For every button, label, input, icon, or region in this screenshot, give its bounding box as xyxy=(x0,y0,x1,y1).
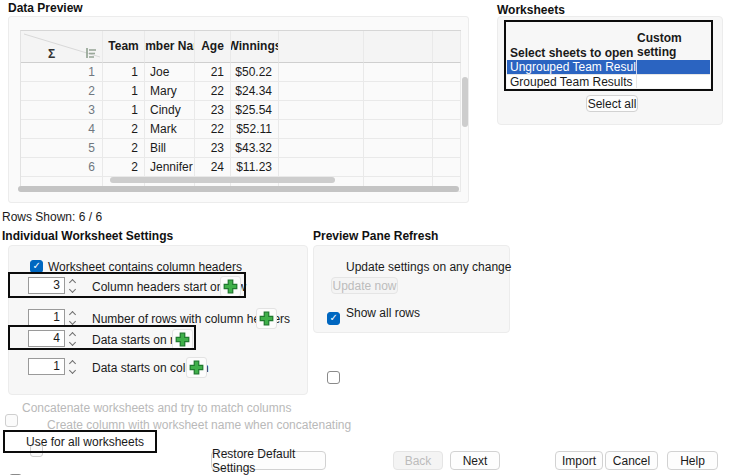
column-header-team[interactable]: Team xyxy=(103,31,145,63)
import-button[interactable]: Import xyxy=(555,451,603,470)
cell-age: 22 xyxy=(195,120,231,139)
add-setting-button[interactable] xyxy=(186,357,207,378)
cell-name: Cindy xyxy=(145,101,195,120)
worksheet-custom-setting[interactable] xyxy=(637,60,710,74)
update-now-button[interactable]: Update now xyxy=(331,277,398,294)
column-header-select-sheets: Select sheets to open xyxy=(507,46,637,60)
use-all-worksheets-label: Use for all worksheets xyxy=(26,435,144,449)
column-headers-start-row-input[interactable]: 3 xyxy=(28,277,65,294)
column-header-custom-setting: Custom setting xyxy=(637,32,710,60)
create-column-label: Create column with worksheet name when c… xyxy=(47,418,351,432)
table-row[interactable]: 5 2 Bill 23 $43.32 xyxy=(21,139,461,158)
horizontal-scrollbar[interactable] xyxy=(18,186,459,192)
cell-winnings: $11.23 xyxy=(231,158,279,177)
chevron-down-icon[interactable] xyxy=(68,339,75,346)
rows-shown-label: Rows Shown: 6 / 6 xyxy=(2,210,102,224)
cell-age: 24 xyxy=(195,158,231,177)
worksheets-table: Select sheets to open Custom setting Ung… xyxy=(507,22,710,88)
preview-refresh-title: Preview Pane Refresh xyxy=(313,229,438,243)
table-row[interactable]: 2 1 Mary 22 $24.34 xyxy=(21,82,461,101)
spinner-stepper[interactable] xyxy=(67,312,77,324)
data-preview-table: Σ Team Member Name Age Winnings 1 1 Joe … xyxy=(20,30,461,192)
spinner-stepper[interactable] xyxy=(67,280,77,292)
data-starts-column-input[interactable]: 1 xyxy=(28,358,65,375)
add-setting-button[interactable] xyxy=(172,329,193,350)
chevron-down-icon[interactable] xyxy=(68,318,75,325)
cell-name: Bill xyxy=(145,139,195,158)
worksheets-title: Worksheets xyxy=(497,3,565,17)
column-header-age[interactable]: Age xyxy=(195,31,231,63)
cell-team: 1 xyxy=(103,63,145,82)
spinner-stepper[interactable] xyxy=(67,361,77,373)
cell-age: 23 xyxy=(195,139,231,158)
contains-headers-label: Worksheet contains column headers xyxy=(48,260,242,274)
cell-name: Jennifer xyxy=(145,158,195,177)
num-header-rows-input[interactable]: 1 xyxy=(28,309,65,326)
plus-icon xyxy=(222,278,239,295)
table-row[interactable]: 1 1 Joe 21 $50.22 xyxy=(21,63,461,82)
individual-settings-title: Individual Worksheet Settings xyxy=(2,229,173,243)
update-on-change-checkbox[interactable] xyxy=(327,312,340,325)
sigma-icon: Σ xyxy=(48,48,55,61)
concatenate-label: Concatenate worksheets and try to match … xyxy=(22,401,291,415)
contains-headers-checkbox[interactable] xyxy=(30,260,43,273)
chevron-down-icon[interactable] xyxy=(68,367,75,374)
table-corner-cell: Σ xyxy=(21,31,103,63)
excel-import-wizard: Data Preview Σ Team Member Name Age Winn… xyxy=(0,0,734,475)
worksheet-name: Grouped Team Results xyxy=(507,75,637,88)
add-setting-button[interactable] xyxy=(220,276,241,297)
table-header-row: Σ Team Member Name Age Winnings xyxy=(21,31,461,63)
help-button[interactable]: Help xyxy=(667,451,718,470)
cell-age: 22 xyxy=(195,82,231,101)
back-button[interactable]: Back xyxy=(393,451,443,470)
show-all-rows-label: Show all rows xyxy=(346,306,420,320)
row-number: 1 xyxy=(21,63,103,82)
columns-icon xyxy=(85,47,97,59)
row-number: 6 xyxy=(21,158,103,177)
restore-defaults-button[interactable]: Restore Default Settings xyxy=(211,451,326,470)
row-number: 3 xyxy=(21,101,103,120)
chevron-down-icon[interactable] xyxy=(68,286,75,293)
row-number: 5 xyxy=(21,139,103,158)
worksheet-item-ungrouped[interactable]: Ungrouped Team Results xyxy=(507,60,710,74)
update-on-change-label: Update settings on any change xyxy=(346,260,511,274)
worksheets-header-row: Select sheets to open Custom setting xyxy=(507,22,710,60)
select-all-button[interactable]: Select all xyxy=(586,95,638,112)
cancel-button[interactable]: Cancel xyxy=(605,451,658,470)
plus-icon xyxy=(258,310,275,327)
spinner-stepper[interactable] xyxy=(67,333,77,345)
cell-team: 2 xyxy=(103,139,145,158)
cell-team: 1 xyxy=(103,82,145,101)
cell-team: 1 xyxy=(103,101,145,120)
cell-name: Mark xyxy=(145,120,195,139)
data-preview-title: Data Preview xyxy=(8,1,83,15)
cell-age: 23 xyxy=(195,101,231,120)
cell-winnings: $52.11 xyxy=(231,120,279,139)
next-button[interactable]: Next xyxy=(450,451,500,470)
table-row[interactable]: 4 2 Mark 22 $52.11 xyxy=(21,120,461,139)
cell-winnings: $50.22 xyxy=(231,63,279,82)
row-number: 2 xyxy=(21,82,103,101)
column-header-empty xyxy=(364,31,433,63)
add-setting-button[interactable] xyxy=(256,308,277,329)
vertical-scrollbar[interactable] xyxy=(462,77,468,127)
cell-age: 21 xyxy=(195,63,231,82)
column-header-empty xyxy=(279,31,364,63)
table-row[interactable]: 6 2 Jennifer 24 $11.23 xyxy=(21,158,461,177)
column-header-winnings[interactable]: Winnings xyxy=(231,31,279,63)
worksheet-custom-setting[interactable] xyxy=(637,75,710,88)
cell-team: 2 xyxy=(103,120,145,139)
show-all-rows-checkbox[interactable] xyxy=(327,371,340,384)
cell-name: Mary xyxy=(145,82,195,101)
cell-winnings: $25.54 xyxy=(231,101,279,120)
column-header-member-name[interactable]: Member Name xyxy=(145,31,195,63)
plus-icon xyxy=(188,359,205,376)
horizontal-scrollbar-inner[interactable] xyxy=(110,177,335,183)
plus-icon xyxy=(174,331,191,348)
table-row[interactable]: 3 1 Cindy 23 $25.54 xyxy=(21,101,461,120)
concatenate-checkbox xyxy=(5,414,18,427)
data-starts-row-input[interactable]: 4 xyxy=(28,330,65,347)
cell-winnings: $24.34 xyxy=(231,82,279,101)
worksheet-item-grouped[interactable]: Grouped Team Results xyxy=(507,74,710,88)
cell-name: Joe xyxy=(145,63,195,82)
